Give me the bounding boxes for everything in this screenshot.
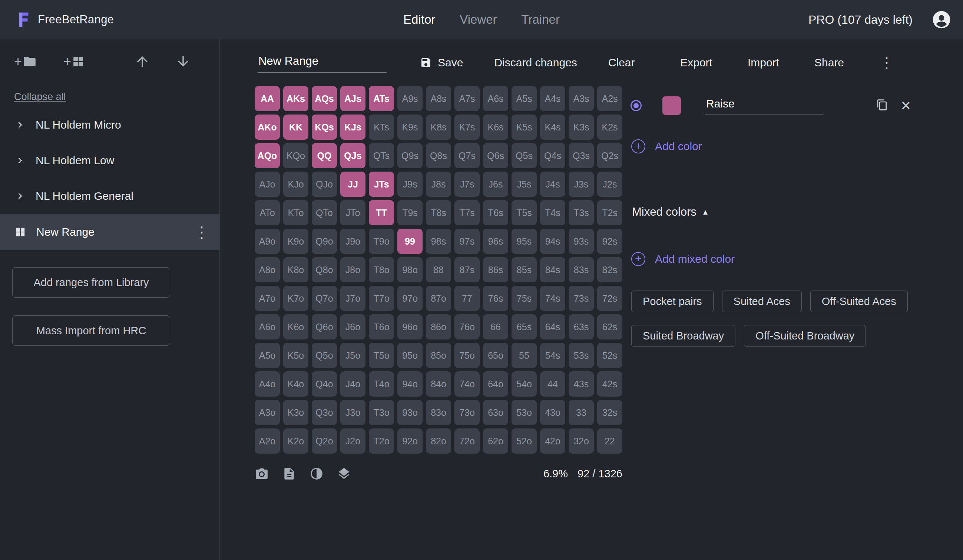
grid-cell-82o[interactable]: 82o <box>426 429 451 454</box>
grid-cell-QQ[interactable]: QQ <box>312 143 337 168</box>
grid-cell-A4s[interactable]: A4s <box>540 86 565 111</box>
grid-cell-Q6s[interactable]: Q6s <box>483 143 508 168</box>
grid-cell-K2o[interactable]: K2o <box>283 429 308 454</box>
grid-cell-T9s[interactable]: T9s <box>397 200 423 225</box>
grid-cell-83s[interactable]: 83s <box>569 257 594 282</box>
grid-cell-K9s[interactable]: K9s <box>397 115 423 140</box>
grid-cell-K8s[interactable]: K8s <box>426 115 451 140</box>
grid-cell-66[interactable]: 66 <box>483 314 508 340</box>
preset-suited-broadway[interactable]: Suited Broadway <box>631 325 735 346</box>
grid-cell-T7o[interactable]: T7o <box>369 286 394 311</box>
grid-cell-93s[interactable]: 93s <box>569 229 594 254</box>
grid-cell-43s[interactable]: 43s <box>569 371 594 397</box>
grid-cell-Q6o[interactable]: Q6o <box>312 314 337 340</box>
color-name-input[interactable] <box>705 97 823 115</box>
grid-cell-J7s[interactable]: J7s <box>454 172 480 197</box>
grid-cell-K7s[interactable]: K7s <box>454 115 480 140</box>
grid-cell-63s[interactable]: 63s <box>569 314 594 340</box>
grid-cell-54s[interactable]: 54s <box>540 343 565 368</box>
preset-off-suited-aces[interactable]: Off-Suited Aces <box>810 291 908 312</box>
range-name-input[interactable] <box>258 53 387 73</box>
grid-cell-T3o[interactable]: T3o <box>369 400 394 425</box>
grid-cell-A4o[interactable]: A4o <box>255 371 280 397</box>
grid-cell-A5o[interactable]: A5o <box>255 343 280 368</box>
grid-cell-A7s[interactable]: A7s <box>454 86 480 111</box>
grid-cell-QTo[interactable]: QTo <box>312 200 337 225</box>
grid-cell-KQo[interactable]: KQo <box>283 143 308 168</box>
preset-suited-aces[interactable]: Suited Aces <box>722 291 802 312</box>
grid-cell-K4o[interactable]: K4o <box>283 371 308 397</box>
grid-cell-Q2s[interactable]: Q2s <box>597 143 623 168</box>
grid-cell-J9s[interactable]: J9s <box>397 172 423 197</box>
grid-cell-65s[interactable]: 65s <box>512 314 537 340</box>
grid-cell-Q5s[interactable]: Q5s <box>512 143 537 168</box>
grid-cell-A5s[interactable]: A5s <box>512 86 537 111</box>
grid-cell-A6o[interactable]: A6o <box>255 314 280 340</box>
grid-cell-T4s[interactable]: T4s <box>540 200 565 225</box>
move-down-button[interactable] <box>175 54 191 69</box>
grid-cell-K9o[interactable]: K9o <box>283 229 308 254</box>
grid-cell-33[interactable]: 33 <box>569 400 594 425</box>
grid-cell-95s[interactable]: 95s <box>512 229 537 254</box>
grid-cell-A2o[interactable]: A2o <box>255 429 280 454</box>
grid-cell-85o[interactable]: 85o <box>426 343 451 368</box>
grid-cell-KJo[interactable]: KJo <box>283 172 308 197</box>
tab-viewer[interactable]: Viewer <box>460 13 497 27</box>
grid-cell-JJ[interactable]: JJ <box>340 172 365 197</box>
grid-cell-KTs[interactable]: KTs <box>369 115 394 140</box>
grid-cell-Q7o[interactable]: Q7o <box>312 286 337 311</box>
text-view-button[interactable] <box>282 467 296 481</box>
grid-cell-85s[interactable]: 85s <box>512 257 537 282</box>
grid-cell-TT[interactable]: TT <box>369 200 394 225</box>
toolbar-menu-button[interactable]: ⋮ <box>879 54 894 71</box>
grid-cell-93o[interactable]: 93o <box>397 400 423 425</box>
grid-cell-KJs[interactable]: KJs <box>340 115 365 140</box>
grid-cell-J6o[interactable]: J6o <box>340 314 365 340</box>
clear-button[interactable]: Clear <box>608 56 635 69</box>
grid-cell-K4s[interactable]: K4s <box>540 115 565 140</box>
grid-cell-96o[interactable]: 96o <box>397 314 423 340</box>
layers-button[interactable] <box>337 467 351 481</box>
tree-item-nl-holdem-low[interactable]: NL Holdem Low <box>0 143 219 178</box>
tab-trainer[interactable]: Trainer <box>522 13 560 27</box>
range-menu-button[interactable]: ⋮ <box>194 225 209 240</box>
grid-cell-T6o[interactable]: T6o <box>369 314 394 340</box>
grid-cell-98o[interactable]: 98o <box>397 257 423 282</box>
tab-editor[interactable]: Editor <box>403 13 435 27</box>
grid-cell-97o[interactable]: 97o <box>397 286 423 311</box>
grid-cell-J9o[interactable]: J9o <box>340 229 365 254</box>
grid-cell-A8s[interactable]: A8s <box>426 86 451 111</box>
grid-cell-T3s[interactable]: T3s <box>569 200 594 225</box>
mass-import-from-hrc-button[interactable]: Mass Import from HRC <box>12 316 170 346</box>
grid-cell-44[interactable]: 44 <box>540 371 565 397</box>
grid-cell-K2s[interactable]: K2s <box>597 115 623 140</box>
grid-cell-T5s[interactable]: T5s <box>512 200 537 225</box>
grid-cell-A9s[interactable]: A9s <box>397 86 423 111</box>
mixed-colors-toggle[interactable]: Mixed colors ▲ <box>627 206 911 218</box>
grid-cell-A7o[interactable]: A7o <box>255 286 280 311</box>
grid-cell-62o[interactable]: 62o <box>483 429 508 454</box>
grid-cell-A6s[interactable]: A6s <box>483 86 508 111</box>
grid-cell-J5o[interactable]: J5o <box>340 343 365 368</box>
grid-cell-J3o[interactable]: J3o <box>340 400 365 425</box>
grid-cell-K5s[interactable]: K5s <box>512 115 537 140</box>
grid-cell-AA[interactable]: AA <box>255 86 280 111</box>
grid-cell-Q8o[interactable]: Q8o <box>312 257 337 282</box>
grid-cell-T2s[interactable]: T2s <box>597 200 623 225</box>
grid-cell-T7s[interactable]: T7s <box>454 200 480 225</box>
contrast-button[interactable] <box>310 467 324 481</box>
grid-cell-54o[interactable]: 54o <box>512 371 537 397</box>
grid-cell-K3o[interactable]: K3o <box>283 400 308 425</box>
grid-cell-95o[interactable]: 95o <box>397 343 423 368</box>
grid-cell-AQo[interactable]: AQo <box>255 143 280 168</box>
grid-cell-87s[interactable]: 87s <box>454 257 480 282</box>
grid-cell-88[interactable]: 88 <box>426 257 451 282</box>
share-button[interactable]: Share <box>814 56 844 69</box>
tree-item-nl-holdem-micro[interactable]: NL Holdem Micro <box>0 107 219 143</box>
grid-cell-Q4o[interactable]: Q4o <box>312 371 337 397</box>
export-button[interactable]: Export <box>680 56 712 69</box>
grid-cell-K5o[interactable]: K5o <box>283 343 308 368</box>
grid-cell-42s[interactable]: 42s <box>597 371 623 397</box>
grid-cell-A3o[interactable]: A3o <box>255 400 280 425</box>
grid-cell-J2o[interactable]: J2o <box>340 429 365 454</box>
